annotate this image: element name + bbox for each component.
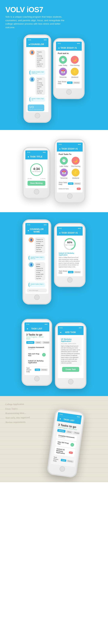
push-tomorrow[interactable]: 📅 Tomorrow [58,68,68,78]
counselor2-content: 👤 Thanks for working on a blog posted wi… [25,234,48,294]
angled-phone-container: 9:41 ●●● ◀ TASK LIST ⋮ 3 Tasks to go Goo… [4,409,104,475]
home-button-9[interactable] [59,466,65,472]
section-2: 9:41 ●●● ◀ TASK TITLE ⋮ 4:34 Min Remaini… [0,130,108,212]
push-tomorrow-2[interactable]: 📅 Tomorrow [59,168,69,179]
toggle-label: Task Shown Daily [58,81,67,84]
push-label-later: Later Today [59,64,67,66]
msg-3-2: 👤 Linda BakerThanks for working on a blo… [27,261,47,282]
task-popup-content: Push task to: 🕐 Later Today 🌙 This Eveni… [56,51,82,87]
home-button-2[interactable] [66,89,72,94]
avatar-1: 👤 [30,50,35,55]
toggle-daily-2[interactable]: Daily [68,182,73,185]
toggle-daily-5[interactable]: Daily [61,459,66,462]
toggle-row-3: Task Shown Daily Daily Weekly [59,269,81,274]
push-circle-purple-2: 📅 [60,168,68,176]
tab-postponed[interactable]: Postponed [42,341,49,344]
phone-task-list: 9:41 ●●● ◀ TASK LIST ⋮ 3 Tasks to go Goo… [22,319,52,386]
phone-task-progress: 9:41 ●●● ◀ TASK ESSAY #1 ⋮ 60% [54,223,85,287]
delete-all-button[interactable]: ✕ [77,188,81,190]
timer-sub: Min Remaining [32,171,41,172]
home-button-7[interactable] [34,376,40,381]
tasklist-content: 3 Tasks to go Good Progress - Almost the… [25,332,49,375]
done-working-button[interactable]: Done Working [28,181,45,186]
push-circle-yellow: ⭐ [71,68,79,76]
tab-current[interactable]: Current [26,341,34,344]
push-options-grid-2: 🕐 Later Today 🌙 This Evening 📅 Tomorrow … [59,157,81,179]
toggle-daily-4[interactable]: Daily [35,368,40,371]
task-3-1[interactable]: Garrett 5 tasks | Sept 1 term 2 ▸ [29,256,45,260]
push-this-evening[interactable]: 🌙 This Evening [70,56,80,66]
task-3-2[interactable]: Garrett 5 tasks | Sept 1 ▸ [29,282,45,287]
home-button-8[interactable] [68,379,73,384]
tab2-done[interactable]: Done [66,430,73,434]
status-bar-5: 9:41 ●●● [25,223,48,226]
push-circle-red: 🌙 [71,56,79,64]
push-later-label-2: Later Today [60,165,68,167]
task-bubble-2[interactable]: Garrett, 5 tasks | Sept 1 ▸ [30,97,45,102]
message-input[interactable]: New Message... [27,288,47,292]
delete-task-btn[interactable]: ✕ [69,451,73,454]
push-weekend-label-2: Weekend [72,177,79,179]
status-bar-2: 9:41 ●●● [56,42,82,45]
push-weekend[interactable]: ⭐ Weekend [70,68,80,78]
toggle-label-4: Task Shown Daily [26,367,35,372]
push-label-evening: This Evening [70,64,79,66]
home-button-5[interactable] [34,294,40,300]
toggle-weekly-3[interactable]: Weekly [74,271,81,273]
home-button-6[interactable] [67,277,72,282]
status-bar-6: 9:41 ●●● [57,226,83,230]
home-button-1[interactable] [35,113,40,118]
push-later-today[interactable]: 🕐 Later Today [58,56,68,66]
push-weekend-2[interactable]: ⭐ Weekend [71,168,81,179]
push-label-weekend: Weekend [71,76,78,78]
push-later-today-2[interactable]: 🕐 Later Today [59,157,69,167]
home-button-3[interactable] [34,189,39,194]
task-card-body: Open a College Board account and start c… [61,345,80,364]
task-progress-body: Open a College Board account and start c… [59,256,81,268]
phones-row-4: 9:41 ●●● ◀ TASK LIST ⋮ 3 Tasks to go Goo… [4,319,104,389]
toggle-daily-3[interactable]: Daily [68,271,73,273]
add-task-header: ADD TASK [61,331,80,334]
message-bubble-1: Thanks for working on a blog posted with… [36,50,45,68]
avatar-3: 👤 [29,237,34,242]
show-tasks-daily-label: Show Tasks Daily [59,182,68,185]
tab2-current[interactable]: Current [57,429,65,433]
toggle-weekly-5[interactable]: Weekly [66,460,74,463]
tasklist-tabs: Current Done Postponed [26,341,48,344]
push-circle-green-2: 🕐 [60,157,68,165]
toggle-row-2: Show Tasks Daily Daily Weekly [59,181,81,186]
toggle-weekly[interactable]: Weekly [73,82,80,84]
avatar-2: 👤 [30,77,35,82]
push-this-evening-2[interactable]: 🌙 This Evening [71,157,81,167]
timer-text: 4:34 [33,167,40,171]
push-circle-red-2: 🌙 [72,157,80,165]
tasklist-big-title: 3 Tasks to go [26,333,48,336]
tab2-postponed[interactable]: Postponed [73,431,82,435]
toggle-daily[interactable]: Daily [67,82,72,84]
message-bubble-2: Thanks for working on a blog posted with… [36,77,45,95]
toggle-weekly-2[interactable]: Weekly [74,182,81,185]
message-item: 👤 Thanks for working on a blog posted wi… [28,48,47,70]
phone-counselor: 9:41 ●●● ◀ COUNSELOR ⋮ 👤 Thanks for work… [23,34,51,123]
toggle-weekly-4[interactable]: Weekly [41,368,48,371]
tab-done[interactable]: Done [35,341,42,344]
task-card-title: UC Berkeley Application: [61,338,80,342]
delete-all-row: Delete All Tasks ✕ [59,187,81,191]
phone-angled-wrapper: 9:41 ●●● ◀ TASK LIST ⋮ 3 Tasks to go Goo… [46,408,85,478]
task-title-header: TASK TITLE [29,156,44,158]
phone-task-essay-2: 9:41 ●●● ◀ TASK ESSAY #1 ⋮ Push Tasks To… [54,139,85,203]
task-essay2-content: Push Tasks To: 🕐 Later Today 🌙 This Even… [57,152,83,192]
avatar-4: 👤 [29,262,34,267]
task-bubble-1[interactable]: Garrett, 5 tasks | Sept 1 term 2 ▸ [30,70,45,75]
task2-check: ✓ [70,443,74,447]
section-3: 9:41 ●●● ◀ COUNSELOR NAME ⋮ 👤 Thanks for… [0,212,108,312]
new-message-area: New Message... [27,288,47,292]
toggle-buttons: Daily Weekly [67,82,80,84]
phones-row-3: 9:41 ●●● ◀ COUNSELOR NAME ⋮ 👤 Thanks for… [4,220,104,304]
push-tomorrow-label-2: Tomorrow [60,177,67,179]
toggle-label-3: Task Shown Daily [59,270,68,274]
task-card: UC Berkeley Application: Due Date: 14/No… [60,337,82,366]
create-task-button[interactable]: Create Task [62,367,79,372]
home-button-4[interactable] [67,193,72,199]
phone-add-task: 9:41 ●●● ◀ ADD TASK ⋮ UC Berkeley Applic… [55,322,86,389]
